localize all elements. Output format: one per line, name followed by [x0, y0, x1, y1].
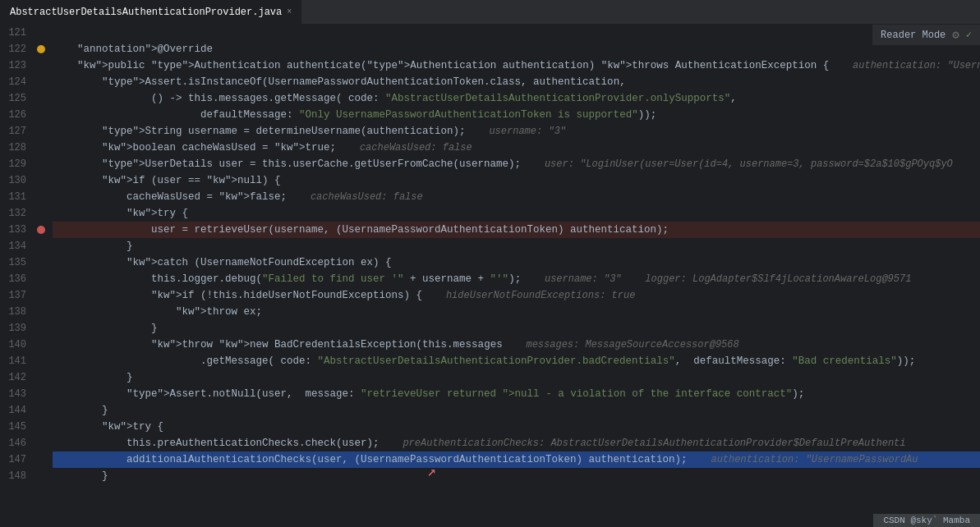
code-line: defaultMessage: "Only UsernamePasswordAu… [53, 107, 980, 123]
gutter-row: 129 [0, 156, 49, 172]
gutter-icon-cell [33, 74, 49, 90]
line-number: 127 [0, 123, 33, 140]
code-line: "kw">throw ex; [53, 304, 980, 320]
code-text: "kw">try { [53, 205, 188, 222]
gutter-icon-cell [33, 287, 49, 304]
code-text: "type">Assert.notNull(user, message: "re… [53, 386, 804, 402]
gutter-icon-cell [33, 353, 49, 369]
gutter-row: 140 [0, 337, 49, 353]
gutter-icon-cell [33, 205, 49, 222]
gutter-row: 147 [0, 451, 49, 468]
code-line: this.logger.debug("Failed to find user '… [53, 271, 980, 287]
gutter-row: 139 [0, 320, 49, 337]
line-number: 121 [0, 25, 33, 41]
gutter-row: 138 [0, 304, 49, 320]
line-number: 132 [0, 205, 33, 222]
gutter-icon-cell [33, 156, 49, 172]
code-line: "kw">boolean cacheWasUsed = "kw">true; c… [53, 140, 980, 156]
code-line: } [53, 238, 980, 254]
code-text: "kw">public "type">Authentication authen… [53, 57, 980, 74]
gutter-icon-cell [33, 172, 49, 189]
line-number: 128 [0, 140, 33, 156]
gutter-icon-cell [33, 41, 49, 57]
code-text: "type">String username = determineUserna… [53, 123, 566, 140]
code-content: "annotation">@Override "kw">public "type… [49, 25, 980, 527]
gutter-row: 144 [0, 402, 49, 419]
gutter-row: 141 [0, 353, 49, 369]
code-text: } [53, 369, 133, 386]
gutter-row: 125 [0, 90, 49, 107]
code-line: "kw">throw "kw">new BadCredentialsExcept… [53, 337, 980, 353]
gutter-row: 131 [0, 189, 49, 205]
code-line: "kw">if (user == "kw">null) { [53, 172, 980, 189]
code-text: } [53, 468, 108, 484]
gutter-icon-cell [33, 57, 49, 74]
gutter-row: 126 [0, 107, 49, 123]
code-line: "kw">try { [53, 205, 980, 222]
breakpoint-icon[interactable] [37, 226, 45, 234]
line-number: 134 [0, 238, 33, 254]
code-text: "kw">throw "kw">new BadCredentialsExcept… [53, 337, 739, 353]
line-number: 131 [0, 189, 33, 205]
gutter-row: 132 [0, 205, 49, 222]
gutter-icon-cell [33, 140, 49, 156]
line-number: 139 [0, 320, 33, 337]
gutter-icon-cell [33, 386, 49, 402]
gutter-icon-cell [33, 468, 49, 484]
line-number: 141 [0, 353, 33, 369]
code-line [53, 25, 980, 41]
gutter-icon-cell [33, 107, 49, 123]
line-numbers-gutter: 1211221231241251261271281291301311321331… [0, 25, 49, 527]
active-tab[interactable]: AbstractUserDetailsAuthenticationProvide… [0, 0, 302, 24]
gutter-icon-cell [33, 369, 49, 386]
tab-close-button[interactable]: × [287, 7, 292, 16]
line-number: 135 [0, 254, 33, 271]
gutter-icon-cell [33, 25, 49, 41]
code-text: } [53, 238, 133, 254]
code-line: "kw">try { [53, 419, 980, 435]
code-text: "kw">catch (UsernameNotFoundException ex… [53, 254, 392, 271]
gutter-row: 127 [0, 123, 49, 140]
code-text: "annotation">@Override [53, 41, 213, 57]
gutter-row: 123 [0, 57, 49, 74]
code-line: cacheWasUsed = "kw">false; cacheWasUsed:… [53, 189, 980, 205]
gutter-row: 134 [0, 238, 49, 254]
line-number: 145 [0, 419, 33, 435]
gutter-row: 133 [0, 222, 49, 238]
tab-bar: AbstractUserDetailsAuthenticationProvide… [0, 0, 980, 25]
code-line: additionalAuthenticationChecks(user, (Us… [53, 451, 980, 468]
gutter-row: 142 [0, 369, 49, 386]
gutter-icon-cell [33, 419, 49, 435]
code-text: this.logger.debug("Failed to find user '… [53, 271, 911, 287]
code-line: } [53, 468, 980, 484]
gutter-row: 121 [0, 25, 49, 41]
code-line: "kw">catch (UsernameNotFoundException ex… [53, 254, 980, 271]
code-text: "kw">if (!this.hideUserNotFoundException… [53, 287, 635, 304]
code-text: "kw">boolean cacheWasUsed = "kw">true; c… [53, 140, 472, 156]
code-text: .getMessage( code: "AbstractUserDetailsA… [53, 353, 915, 369]
code-text: user = retrieveUser(username, (UsernameP… [53, 222, 669, 238]
line-number: 136 [0, 271, 33, 287]
gutter-row: 122 [0, 41, 49, 57]
code-line: "type">Assert.isInstanceOf(UsernamePassw… [53, 74, 980, 90]
gutter-row: 137 [0, 287, 49, 304]
code-line: "type">Assert.notNull(user, message: "re… [53, 386, 980, 402]
code-text: "type">Assert.isInstanceOf(UsernamePassw… [53, 74, 626, 90]
gutter-icon-cell [33, 337, 49, 353]
line-number: 143 [0, 386, 33, 402]
line-number: 124 [0, 74, 33, 90]
code-line: () -> this.messages.getMessage( code: "A… [53, 90, 980, 107]
code-text: defaultMessage: "Only UsernamePasswordAu… [53, 107, 656, 123]
line-number: 137 [0, 287, 33, 304]
line-number: 144 [0, 402, 33, 419]
line-number: 148 [0, 468, 33, 484]
gutter-row: 124 [0, 74, 49, 90]
code-line: "type">String username = determineUserna… [53, 123, 980, 140]
line-number: 138 [0, 304, 33, 320]
code-line: "kw">public "type">Authentication authen… [53, 57, 980, 74]
gutter-icon-cell [33, 435, 49, 451]
gutter-icon-cell [33, 271, 49, 287]
gutter-icon-cell [33, 254, 49, 271]
code-line: } [53, 402, 980, 419]
code-text: } [53, 402, 108, 419]
